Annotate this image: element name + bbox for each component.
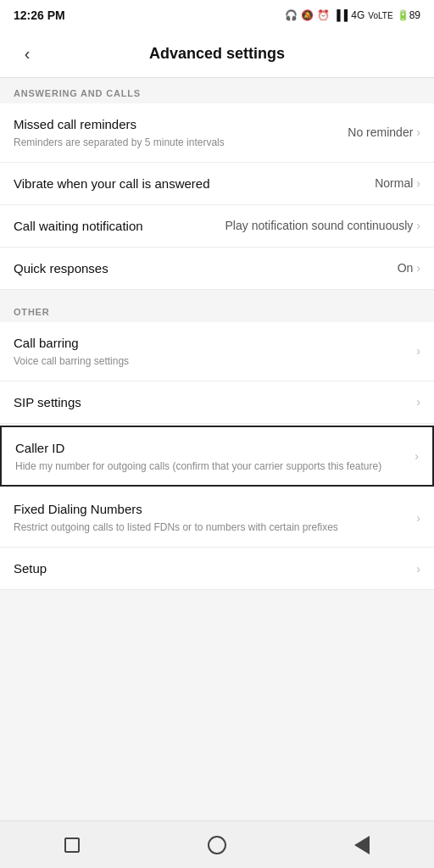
settings-item-right-sip-settings: › — [416, 395, 420, 409]
settings-item-right-setup: › — [416, 562, 420, 576]
headphone-icon: 🎧 — [285, 9, 298, 21]
section-header-other: OTHER — [0, 297, 434, 322]
recents-icon — [64, 837, 80, 853]
settings-value-vibrate-call-answered: Normal — [375, 176, 413, 190]
settings-item-left-quick-responses: Quick responses — [14, 259, 398, 277]
bottom-nav — [0, 821, 434, 868]
chevron-icon-vibrate-call-answered: › — [416, 176, 420, 190]
settings-item-left-missed-call-reminders: Missed call remindersReminders are separ… — [14, 115, 348, 150]
home-button[interactable] — [198, 826, 236, 864]
settings-list-other: Call barringVoice call barring settings›… — [0, 322, 434, 590]
settings-item-sub-fixed-dialing-numbers: Restrict outgoing calls to listed FDNs o… — [14, 520, 406, 535]
mute-icon: 🔕 — [301, 9, 314, 21]
chevron-icon-missed-call-reminders: › — [416, 125, 420, 139]
settings-item-sub-missed-call-reminders: Reminders are separated by 5 minute inte… — [14, 136, 337, 150]
settings-item-right-missed-call-reminders: No reminder› — [348, 125, 420, 139]
settings-item-left-caller-id: Caller IDHide my number for outgoing cal… — [15, 439, 415, 474]
settings-item-right-fixed-dialing-numbers: › — [416, 511, 420, 525]
status-time: 12:26 PM — [14, 8, 65, 22]
settings-item-left-setup: Setup — [14, 559, 416, 577]
settings-item-right-quick-responses: On› — [398, 261, 420, 275]
back-button[interactable]: ‹ — [10, 37, 44, 71]
settings-value-quick-responses: On — [398, 261, 414, 275]
chevron-icon-call-barring: › — [416, 344, 420, 358]
settings-item-call-waiting-notification[interactable]: Call waiting notificationPlay notificati… — [0, 205, 434, 248]
settings-item-sip-settings[interactable]: SIP settings› — [0, 381, 434, 424]
settings-item-title-sip-settings: SIP settings — [14, 393, 406, 411]
section-separator-answering-calls — [0, 290, 434, 297]
status-bar: 12:26 PM 🎧 🔕 ⏰ ▐▐ 4G VoLTE 🔋89 — [0, 0, 434, 31]
status-icons: 🎧 🔕 ⏰ ▐▐ 4G VoLTE 🔋89 — [285, 9, 420, 21]
settings-value-missed-call-reminders: No reminder — [348, 125, 413, 139]
chevron-icon-quick-responses: › — [416, 261, 420, 275]
chevron-icon-fixed-dialing-numbers: › — [416, 511, 420, 525]
settings-content: ANSWERING AND CALLSMissed call reminders… — [0, 78, 434, 597]
settings-item-caller-id[interactable]: Caller IDHide my number for outgoing cal… — [0, 426, 434, 487]
settings-item-setup[interactable]: Setup› — [0, 548, 434, 590]
volte-icon: VoLTE — [368, 11, 392, 20]
chevron-icon-caller-id: › — [415, 449, 419, 463]
settings-item-title-setup: Setup — [14, 559, 406, 577]
settings-item-right-vibrate-call-answered: Normal› — [375, 176, 420, 190]
recents-button[interactable] — [53, 826, 91, 864]
signal-icon: ▐▐ — [333, 9, 348, 21]
settings-item-right-call-waiting-notification: Play notification sound continuously› — [225, 219, 420, 232]
settings-item-call-barring[interactable]: Call barringVoice call barring settings› — [0, 322, 434, 381]
settings-item-title-caller-id: Caller ID — [15, 439, 404, 457]
settings-item-left-call-waiting-notification: Call waiting notification — [14, 217, 225, 235]
chevron-icon-call-waiting-notification: › — [416, 219, 420, 232]
settings-item-vibrate-call-answered[interactable]: Vibrate when your call is answeredNormal… — [0, 163, 434, 205]
home-icon — [208, 836, 226, 854]
page-title: Advanced settings — [44, 45, 390, 63]
settings-item-fixed-dialing-numbers[interactable]: Fixed Dialing NumbersRestrict outgoing c… — [0, 488, 434, 548]
section-separator-other — [0, 590, 434, 597]
alarm-icon: ⏰ — [317, 9, 330, 21]
settings-item-left-fixed-dialing-numbers: Fixed Dialing NumbersRestrict outgoing c… — [14, 500, 416, 535]
settings-item-title-missed-call-reminders: Missed call reminders — [14, 115, 337, 133]
settings-item-title-quick-responses: Quick responses — [14, 259, 387, 277]
4g-icon: 4G — [351, 9, 364, 21]
settings-item-left-sip-settings: SIP settings — [14, 393, 416, 411]
settings-item-title-vibrate-call-answered: Vibrate when your call is answered — [14, 175, 364, 192]
chevron-icon-setup: › — [416, 562, 420, 576]
settings-item-right-call-barring: › — [416, 344, 420, 358]
settings-item-title-call-barring: Call barring — [14, 334, 406, 352]
settings-item-title-call-waiting-notification: Call waiting notification — [14, 217, 215, 235]
settings-value-call-waiting-notification: Play notification sound continuously — [225, 219, 414, 232]
settings-item-left-call-barring: Call barringVoice call barring settings — [14, 334, 416, 369]
settings-item-left-vibrate-call-answered: Vibrate when your call is answered — [14, 175, 375, 192]
back-nav-icon — [354, 836, 370, 854]
back-nav-button[interactable] — [343, 826, 381, 864]
battery-icon: 🔋89 — [397, 9, 420, 21]
back-icon: ‹ — [25, 44, 31, 64]
chevron-icon-sip-settings: › — [416, 395, 420, 409]
settings-list-answering-calls: Missed call remindersReminders are separ… — [0, 103, 434, 290]
settings-item-sub-caller-id: Hide my number for outgoing calls (confi… — [15, 459, 404, 474]
section-header-answering-calls: ANSWERING AND CALLS — [0, 78, 434, 103]
settings-item-title-fixed-dialing-numbers: Fixed Dialing Numbers — [14, 500, 406, 518]
settings-item-right-caller-id: › — [415, 449, 419, 463]
settings-item-missed-call-reminders[interactable]: Missed call remindersReminders are separ… — [0, 103, 434, 163]
settings-item-sub-call-barring: Voice call barring settings — [14, 354, 406, 369]
settings-item-quick-responses[interactable]: Quick responsesOn› — [0, 248, 434, 290]
app-bar: ‹ Advanced settings — [0, 31, 434, 78]
